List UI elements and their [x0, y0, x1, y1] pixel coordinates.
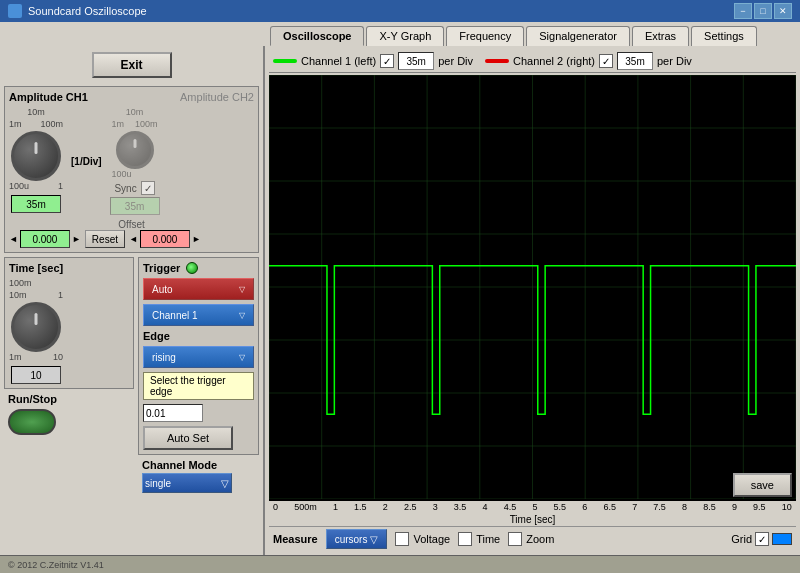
time-tick-5-5: 5.5	[554, 502, 567, 512]
close-button[interactable]: ✕	[774, 3, 792, 19]
window-title: Soundcard Oszilloscope	[28, 5, 147, 17]
trigger-led	[186, 262, 198, 274]
ch1-scale-1m: 1m	[9, 119, 22, 129]
tab-oscilloscope[interactable]: Oscilloscope	[270, 26, 364, 46]
zoom-checkbox[interactable]	[508, 532, 522, 546]
tab-extras[interactable]: Extras	[632, 26, 689, 46]
ch2-scale-100m: 100m	[135, 119, 158, 129]
channel-bar: Channel 1 (left) per Div Channel 2 (righ…	[269, 50, 796, 73]
trigger-auto-button[interactable]: Auto ▽	[143, 278, 254, 300]
time-tick-10: 10	[782, 502, 792, 512]
ch1-per-div-label: per Div	[438, 55, 473, 67]
ch2-amplitude-knob[interactable]	[116, 131, 154, 169]
tab-xy-graph[interactable]: X-Y Graph	[366, 26, 444, 46]
time-tick-5: 5	[532, 502, 537, 512]
time-tick-6: 6	[582, 502, 587, 512]
time-scale-10m: 10m	[9, 290, 27, 300]
copyright-label: © 2012 C.Zeitnitz V1.41	[8, 560, 104, 570]
channel-dropdown-arrow: ▽	[239, 311, 245, 320]
time-tick-8-5: 8.5	[703, 502, 716, 512]
ch2-offset-input[interactable]	[140, 230, 190, 248]
ch1-value-input[interactable]	[11, 195, 61, 213]
time-tick-8: 8	[682, 502, 687, 512]
title-bar: Soundcard Oszilloscope − □ ✕	[0, 0, 800, 22]
time-scale-1: 1	[58, 290, 63, 300]
maximize-button[interactable]: □	[754, 3, 772, 19]
ch2-label: Channel 2 (right)	[513, 55, 595, 67]
autoset-button[interactable]: Auto Set	[143, 426, 233, 450]
ch1-scale-1: 1	[58, 181, 63, 191]
ch1-amplitude-knob[interactable]	[11, 131, 61, 181]
auto-dropdown-arrow: ▽	[239, 285, 245, 294]
time-tick-3-5: 3.5	[454, 502, 467, 512]
ch2-per-div-label: per Div	[657, 55, 692, 67]
ch1-scale-100u: 100u	[9, 181, 29, 191]
ch2-offset-arrow-left: ◄	[129, 234, 138, 244]
voltage-checkbox[interactable]	[395, 532, 409, 546]
ch1-scale-10m: 10m	[27, 107, 45, 117]
time-axis-label: Time [sec]	[269, 513, 796, 526]
ch1-checkbox[interactable]	[380, 54, 394, 68]
ch1-per-div-input[interactable]	[398, 52, 434, 70]
sync-checkbox[interactable]	[141, 181, 155, 195]
minimize-button[interactable]: −	[734, 3, 752, 19]
time-knob[interactable]	[11, 302, 61, 352]
tab-settings[interactable]: Settings	[691, 26, 757, 46]
save-button[interactable]: save	[733, 473, 792, 497]
trigger-section: Trigger Auto ▽ Channel 1 ▽ Edge	[138, 257, 259, 455]
channel-mode-arrow: ▽	[221, 478, 229, 489]
ch1-color-bar	[273, 59, 297, 63]
zoom-label: Zoom	[526, 533, 554, 545]
time-tick-2-5: 2.5	[404, 502, 417, 512]
edge-label: Edge	[143, 330, 254, 342]
time-checkbox[interactable]	[458, 532, 472, 546]
trigger-label: Trigger	[143, 262, 180, 274]
cursors-arrow: ▽	[370, 534, 378, 545]
channel-mode-section: Channel Mode single ▽	[138, 455, 259, 497]
left-panel: Exit Amplitude CH1 Amplitude CH2 10m 1m	[0, 46, 265, 555]
time-tick-4-5: 4.5	[504, 502, 517, 512]
ch1-offset-arrow-right: ►	[72, 234, 81, 244]
threshold-input[interactable]	[143, 404, 203, 422]
time-section: Time [sec] 100m 10m 1	[4, 257, 134, 389]
ch2-scale-10m: 10m	[126, 107, 144, 117]
time-axis: 0 500m 1 1.5 2 2.5 3 3.5 4 4.5 5 5.5 6 6…	[269, 501, 796, 513]
voltage-label: Voltage	[413, 533, 450, 545]
reset-button[interactable]: Reset	[85, 230, 125, 248]
runstop-button[interactable]	[8, 409, 56, 435]
ch2-checkbox[interactable]	[599, 54, 613, 68]
time-value-input[interactable]	[11, 366, 61, 384]
channel-mode-select[interactable]: single ▽	[142, 473, 232, 493]
grid-checkbox[interactable]	[755, 532, 769, 546]
trigger-rising-button[interactable]: rising ▽	[143, 346, 254, 368]
time-label: Time	[476, 533, 500, 545]
ch2-value-input[interactable]	[110, 197, 160, 215]
cursors-button[interactable]: cursors ▽	[326, 529, 388, 549]
tab-frequency[interactable]: Frequency	[446, 26, 524, 46]
ch1-offset-arrow-left: ◄	[9, 234, 18, 244]
ch1-amplitude-label: Amplitude CH1	[9, 91, 88, 103]
ch1-offset-input[interactable]	[20, 230, 70, 248]
runstop-label: Run/Stop	[8, 393, 130, 405]
time-tick-1-5: 1.5	[354, 502, 367, 512]
scope-display	[269, 75, 796, 501]
time-tick-2: 2	[383, 502, 388, 512]
sync-label: Sync	[114, 183, 136, 194]
time-tick-1: 1	[333, 502, 338, 512]
trigger-channel-button[interactable]: Channel 1 ▽	[143, 304, 254, 326]
grid-text-label: Grid	[731, 533, 752, 545]
time-tick-7: 7	[632, 502, 637, 512]
time-label: Time [sec]	[9, 262, 129, 274]
time-tick-9: 9	[732, 502, 737, 512]
grid-color-swatch[interactable]	[772, 533, 792, 545]
tab-bar: Oscilloscope X-Y Graph Frequency Signalg…	[0, 22, 800, 46]
ch2-per-div-input[interactable]	[617, 52, 653, 70]
time-tick-0: 0	[273, 502, 278, 512]
time-scale-10: 10	[53, 352, 63, 362]
exit-button[interactable]: Exit	[92, 52, 172, 78]
app-icon	[8, 4, 22, 18]
measure-label: Measure	[273, 533, 318, 545]
tab-signalgenerator[interactable]: Signalgenerator	[526, 26, 630, 46]
time-tick-4: 4	[483, 502, 488, 512]
ch2-scale-1m: 1m	[112, 119, 125, 129]
